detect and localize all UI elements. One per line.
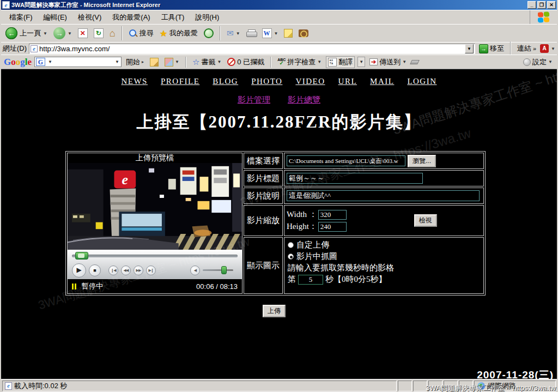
google-search-input[interactable] (54, 58, 113, 66)
view-button[interactable]: 檢視 (414, 214, 437, 227)
history-button[interactable] (202, 27, 216, 39)
video-desc-input[interactable] (287, 190, 480, 201)
print-button[interactable] (244, 28, 258, 38)
form-row-desc: 影片說明 (244, 188, 484, 204)
pdf-dropdown-icon[interactable]: ▼ (551, 46, 555, 51)
print-icon (246, 29, 256, 37)
second-input[interactable] (298, 275, 323, 285)
upload-button[interactable]: 上傳 (263, 305, 286, 317)
note-icon (284, 29, 293, 38)
home-icon: ⌂ (110, 28, 116, 39)
google-translate-button[interactable]: aí7ă 翻譯 (326, 56, 355, 68)
extensions-icon (165, 58, 173, 67)
nav-link-mail[interactable]: MAIL (370, 77, 394, 86)
nav-link-news[interactable]: NEWS (121, 77, 148, 86)
mail-button[interactable]: ✉ ▼ (225, 27, 242, 39)
width-label: Width ： (287, 209, 317, 220)
address-input[interactable] (39, 45, 465, 53)
menu-bar: 檔案(F) 編輯(E) 檢視(V) 我的最愛(A) 工具(T) 說明(H) (1, 10, 557, 24)
mail-dropdown-icon[interactable]: ▼ (236, 31, 240, 36)
home-button[interactable]: ⌂ (107, 27, 118, 40)
research-icon (299, 29, 308, 37)
toolbar-separator (510, 41, 511, 56)
fast-forward-button[interactable]: ▶▶ (134, 266, 143, 275)
radio-option-custom[interactable]: 自定上傳 (288, 240, 329, 250)
nav-link-photo[interactable]: PHOTO (251, 77, 282, 86)
extensions-dropdown-icon[interactable]: ▼ (175, 59, 179, 64)
google-bookmarks-button[interactable]: ☆ 書籤 ▼ (191, 57, 223, 68)
menu-view[interactable]: 檢視(V) (73, 11, 106, 24)
forward-dropdown-icon[interactable]: ▼ (68, 31, 72, 36)
radio-option-capture[interactable]: 影片中抓圖 (288, 251, 337, 262)
radio-custom-icon[interactable] (288, 242, 294, 248)
spellcheck-dropdown-icon[interactable]: ▼ (317, 59, 322, 64)
refresh-button[interactable]: ↻ (92, 27, 106, 39)
restore-button[interactable]: ❐ (537, 1, 546, 9)
second-suffix: 秒【0時0分5秒】 (325, 274, 387, 285)
volume-slider[interactable] (203, 269, 233, 271)
messenger-button[interactable] (282, 28, 295, 39)
title-bar: e 3WA問題解決專家工作室 - Microsoft Internet Expl… (1, 0, 557, 10)
menu-help[interactable]: 說明(H) (190, 11, 224, 24)
nav-link-url[interactable]: URL (338, 77, 357, 86)
next-button[interactable]: ▶❙ (146, 266, 156, 275)
width-input[interactable] (318, 210, 347, 220)
google-sitesearch-button[interactable] (148, 57, 160, 67)
search-button[interactable]: 搜尋 (126, 27, 156, 39)
rewind-button[interactable]: ◀◀ (121, 266, 131, 275)
subnav-link-overview[interactable]: 影片總覽 (288, 95, 320, 105)
play-button[interactable]: ▶ (72, 263, 86, 278)
back-button[interactable]: ← 上一頁 ▼ (3, 26, 50, 40)
links-button[interactable]: 連結 » (515, 44, 538, 53)
go-button[interactable]: → 移至 (477, 44, 506, 53)
settings-dropdown-icon[interactable]: ▼ (548, 59, 553, 64)
menu-favorites[interactable]: 我的最愛(A) (107, 11, 155, 24)
highlighter-icon[interactable] (410, 60, 420, 64)
popup-blocker-icon (227, 58, 235, 66)
page-title: 上掛至【2007.11.28FZR的影片集】 (1, 111, 557, 134)
google-popup-blocker-button[interactable]: 0 已攔截 (226, 57, 266, 68)
menu-edit[interactable]: 編輯(E) (39, 11, 72, 24)
back-dropdown-icon[interactable]: ▼ (43, 31, 47, 36)
translate-dropdown-icon[interactable]: ▼ (357, 57, 365, 67)
google-extensions-button[interactable]: ▼ (163, 57, 181, 67)
seek-bar[interactable] (72, 255, 238, 257)
google-spellcheck-button[interactable]: ABC✓ 拼字檢查 ▼ (276, 57, 323, 68)
minimize-button[interactable]: _ (527, 1, 536, 9)
google-start-button[interactable]: 開始 ▸ (124, 57, 145, 68)
bookmarks-dropdown-icon[interactable]: ▼ (217, 59, 221, 64)
sendto-dropdown-icon[interactable]: ▼ (402, 59, 407, 64)
google-settings-button[interactable]: 設定 ▼ (521, 57, 554, 68)
stop-playback-button[interactable]: ■ (89, 264, 101, 276)
research-button[interactable] (296, 28, 311, 38)
adobe-pdf-icon[interactable]: A (540, 44, 549, 53)
stop-button[interactable]: ✕ (76, 27, 90, 39)
mute-button[interactable]: ◀ (190, 266, 200, 275)
nav-link-profile[interactable]: PROFILE (161, 77, 199, 86)
favorites-button[interactable]: ★ 我的最愛 (157, 27, 200, 40)
address-dropdown-icon[interactable]: ▼ (465, 44, 474, 53)
form-row-file: 檔案選擇 瀏覽... (244, 153, 484, 169)
video-title-input[interactable] (287, 173, 423, 184)
nav-link-blog[interactable]: BLOG (213, 77, 238, 86)
forward-button[interactable]: → ▼ (51, 26, 74, 40)
file-path-input[interactable] (287, 155, 405, 166)
google-sendto-button[interactable]: ➔ 傳送到 ▼ (368, 57, 408, 68)
volume-thumb[interactable] (221, 266, 227, 274)
radio-capture-icon[interactable] (288, 254, 294, 260)
previous-button[interactable]: ❙◀ (108, 266, 118, 275)
preview-panel: 上傳預覽檔 e (67, 153, 242, 294)
word-dropdown-icon[interactable]: ▼ (274, 31, 278, 36)
google-search-dropdown-icon[interactable]: ▼ (46, 59, 54, 64)
menu-tools[interactable]: 工具(T) (156, 11, 190, 24)
google-history-dropdown-icon[interactable]: ▼ (113, 59, 121, 64)
close-button[interactable]: ✕ (547, 1, 556, 9)
nav-link-video[interactable]: VIDEO (295, 77, 325, 86)
height-input[interactable] (318, 222, 347, 232)
nav-link-login[interactable]: LOGIN (407, 77, 436, 86)
menu-file[interactable]: 檔案(F) (4, 11, 38, 24)
edit-with-word-button[interactable]: W ▼ (260, 27, 281, 39)
seek-thumb[interactable] (75, 252, 88, 260)
subnav-link-manage[interactable]: 影片管理 (238, 95, 270, 105)
browse-button[interactable]: 瀏覽... (408, 155, 436, 167)
